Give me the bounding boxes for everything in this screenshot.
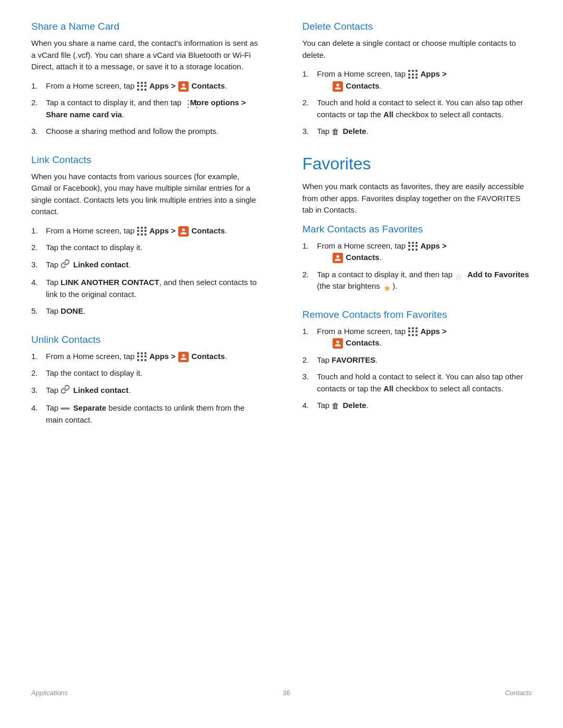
step-content: Tap FAVORITES. <box>317 354 532 366</box>
apps-icon <box>408 327 418 337</box>
step-number: 2. <box>302 269 317 281</box>
apps-label: Apps > <box>149 81 175 90</box>
step-content: From a Home screen, tap Apps > Contacts. <box>46 351 261 363</box>
step-content: Tap a contact to display it, and then ta… <box>317 269 532 292</box>
favorites-desc: When you mark contacts as favorites, the… <box>302 181 532 216</box>
star-filled-icon: ★ <box>383 282 393 291</box>
remove-contacts-title: Remove Contacts from Favorites <box>302 309 532 320</box>
linked-contact-label: Linked contact <box>74 386 129 394</box>
unlink-contacts-title: Unlink Contacts <box>31 334 261 346</box>
step-item: 1. From a Home screen, tap Apps > <box>31 225 261 237</box>
step-number: 4. <box>31 402 46 414</box>
step-item: 2. Tap the contact to display it. <box>31 367 261 379</box>
link-contacts-desc: When you have contacts from various sour… <box>31 171 261 218</box>
step-content: Tap Linked contact. <box>46 259 261 272</box>
step-content: From a Home screen, tap Apps > <box>317 240 532 264</box>
step-content: Tap the contact to display it. <box>46 242 261 254</box>
step-number: 1. <box>31 80 46 92</box>
step-number: 2. <box>302 97 317 109</box>
step-content: Touch and hold a contact to select it. Y… <box>317 97 532 120</box>
step-item: 3. Tap Linked contact. <box>31 259 261 272</box>
delete-label: Delete <box>343 401 366 410</box>
step-content: Tap DONE. <box>46 305 261 317</box>
unlink-contacts-steps: 1. From a Home screen, tap Apps > <box>31 351 261 426</box>
contacts-icon <box>178 81 189 92</box>
step-item: 5. Tap DONE. <box>31 305 261 317</box>
all-label: All <box>384 110 394 119</box>
contacts-label: Contacts <box>346 81 379 90</box>
step-item: 2. Tap FAVORITES. <box>302 354 532 366</box>
separate-icon <box>60 408 70 410</box>
link-contacts-title: Link Contacts <box>31 154 261 166</box>
step-item: 1. From a Home screen, tap Apps > <box>302 326 532 349</box>
more-options-label: More options > Share name card via <box>46 98 246 119</box>
step-number: 5. <box>31 305 46 317</box>
step-content: Tap 🗑 Delete. <box>317 400 532 412</box>
step-content: Choose a sharing method and follow the p… <box>46 126 261 138</box>
link-icon <box>60 385 70 398</box>
apps-label: Apps > <box>420 241 446 250</box>
step-number: 3. <box>31 126 46 138</box>
mark-contacts-title: Mark Contacts as Favorites <box>302 224 532 235</box>
two-column-layout: Share a Name Card When you share a name … <box>31 21 532 668</box>
all-label: All <box>384 384 394 393</box>
favorites-title: Favorites <box>302 154 532 174</box>
step-item: 1. From a Home screen, tap Apps > <box>31 80 261 92</box>
contacts-label: Contacts <box>346 253 379 262</box>
step-content: Tap Linked contact. <box>46 385 261 398</box>
delete-label: Delete <box>343 127 366 135</box>
contacts-label: Contacts <box>191 81 225 90</box>
step-number: 3. <box>302 126 317 138</box>
separate-label: Separate <box>74 403 106 412</box>
footer-right: Contacts <box>505 689 532 697</box>
step-number: 4. <box>302 400 317 412</box>
step-number: 1. <box>31 225 46 237</box>
contacts-icon <box>178 226 189 237</box>
mark-contacts-steps: 1. From a Home screen, tap Apps > <box>302 240 532 292</box>
step-item: 3. Choose a sharing method and follow th… <box>31 126 261 138</box>
apps-icon <box>137 82 146 91</box>
remove-contacts-section: Remove Contacts from Favorites 1. From a… <box>302 309 532 412</box>
linked-contact-label: Linked contact <box>74 260 129 269</box>
contacts-icon <box>333 81 343 92</box>
delete-contacts-desc: You can delete a single contact or choos… <box>302 38 532 61</box>
step-item: 2. Touch and hold a contact to select it… <box>302 97 532 120</box>
share-name-card-steps: 1. From a Home screen, tap Apps > <box>31 80 261 138</box>
step-content: Tap Separate beside contacts to unlink t… <box>46 402 261 426</box>
mark-contacts-section: Mark Contacts as Favorites 1. From a Hom… <box>302 224 532 292</box>
step-content: Tap the contact to display it. <box>46 367 261 379</box>
step-item: 3. Tap 🗑 Delete. <box>302 126 532 138</box>
favorites-section: Favorites When you mark contacts as favo… <box>302 154 532 412</box>
step-content: Tap 🗑 Delete. <box>317 126 532 138</box>
footer-left: Applications <box>31 689 68 697</box>
step-item: 2. Tap the contact to display it. <box>31 242 261 254</box>
delete-contacts-steps: 1. From a Home screen, tap Apps > <box>302 68 532 138</box>
step-number: 2. <box>302 354 317 366</box>
trash-icon: 🗑 <box>332 400 339 412</box>
step-number: 3. <box>31 259 46 271</box>
apps-label: Apps > <box>149 226 175 235</box>
step-number: 1. <box>31 351 46 363</box>
step-item: 1. From a Home screen, tap Apps > <box>302 240 532 264</box>
step-number: 1. <box>302 240 317 252</box>
page-number: 36 <box>283 689 290 697</box>
step-item: 4. Tap LINK ANOTHER CONTACT, and then se… <box>31 277 261 300</box>
share-name-card-desc: When you share a name card, the contact'… <box>31 38 261 73</box>
contacts-label: Contacts <box>346 338 379 347</box>
page-footer: Applications 36 Contacts <box>31 689 532 697</box>
step-content: Tap a contact to display it, and then ta… <box>46 97 261 120</box>
step-number: 1. <box>302 326 317 338</box>
share-name-card-section: Share a Name Card When you share a name … <box>31 21 261 138</box>
apps-icon <box>408 70 418 79</box>
step-number: 1. <box>302 68 317 80</box>
apps-label: Apps > <box>149 352 175 361</box>
contacts-icon <box>333 253 343 263</box>
share-name-card-title: Share a Name Card <box>31 21 261 32</box>
contacts-label: Contacts <box>191 352 225 361</box>
trash-icon: 🗑 <box>332 126 339 138</box>
contacts-icon <box>333 338 343 349</box>
contacts-label: Contacts <box>191 226 225 235</box>
page: Share a Name Card When you share a name … <box>0 0 563 728</box>
link-another-label: LINK ANOTHER CONTACT <box>60 278 159 287</box>
step-item: 4. Tap Separate beside contacts to unlin… <box>31 402 261 426</box>
